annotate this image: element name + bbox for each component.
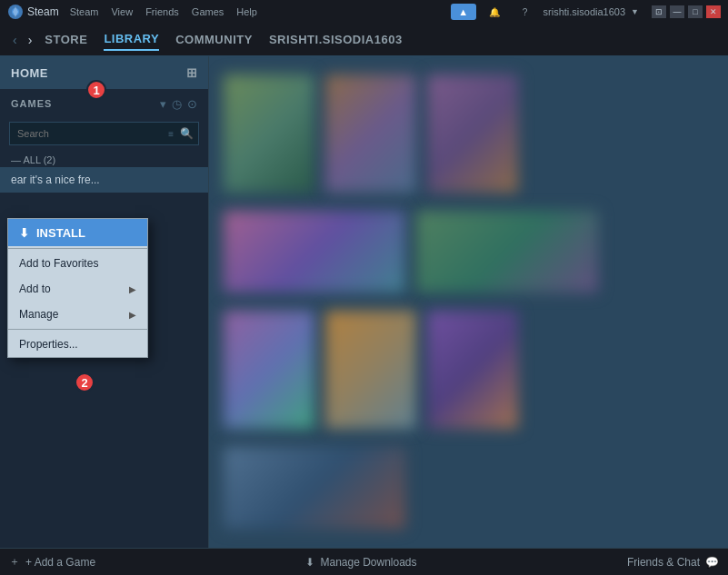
main-layout: 1 HOME ⊞ GAMES ▾ ◷ ⊙ ≡ 🔍 — ALL (2) ear i… <box>0 56 728 548</box>
properties-label: Properties... <box>19 338 78 351</box>
download-icon[interactable]: ⊙ <box>187 97 197 111</box>
context-menu-install[interactable]: ⬇ INSTALL <box>8 219 147 246</box>
context-manage[interactable]: Manage ▶ <box>8 302 147 327</box>
window-controls: ⊡ — □ ✕ <box>652 5 721 18</box>
add-favorites-label: Add to Favorites <box>19 257 98 270</box>
games-label: GAMES <box>11 98 52 109</box>
tab-library[interactable]: LIBRARY <box>104 28 159 51</box>
game-card <box>224 311 314 429</box>
app-logo: Steam <box>7 4 59 20</box>
chat-icon: 💬 <box>705 556 719 569</box>
menu-help[interactable]: Help <box>236 6 257 17</box>
game-row-wide <box>209 203 728 300</box>
help-btn[interactable]: ? <box>513 4 538 20</box>
username-label: srishti.sisodia1603 <box>544 6 626 17</box>
context-menu: ⬇ INSTALL Add to Favorites Add to ▶ Mana… <box>7 218 148 358</box>
home-label: HOME <box>11 66 48 80</box>
download-icon-bottom: ⬇ <box>305 556 314 569</box>
menu-games[interactable]: Games <box>192 6 224 17</box>
all-label: — ALL (2) <box>11 154 55 165</box>
chevron-down-icon[interactable]: ▾ <box>160 97 166 111</box>
clock-icon[interactable]: ◷ <box>172 97 182 111</box>
monitor-btn[interactable]: ⊡ <box>652 5 666 18</box>
sidebar-search: ≡ 🔍 <box>9 122 199 145</box>
game-list-item[interactable]: ear it's a nice fre... <box>0 167 208 193</box>
search-icon: 🔍 <box>180 127 194 140</box>
game-card-wide <box>416 211 598 292</box>
manage-label: Manage <box>19 308 58 321</box>
nav-arrows: ‹ › <box>9 31 35 49</box>
sidebar: 1 HOME ⊞ GAMES ▾ ◷ ⊙ ≡ 🔍 — ALL (2) ear i… <box>0 56 209 548</box>
install-label: INSTALL <box>36 226 85 240</box>
dropdown-arrow-icon: ▼ <box>631 7 639 16</box>
title-bar: Steam Steam View Friends Games Help ▲ 🔔 … <box>0 0 728 24</box>
game-card <box>427 74 518 193</box>
context-add-to[interactable]: Add to ▶ <box>8 276 147 302</box>
game-card-wide <box>224 447 405 529</box>
tab-username[interactable]: SRISHTI.SISODIA1603 <box>269 29 403 50</box>
bottom-bar: ＋ + Add a Game ⬇ Manage Downloads Friend… <box>0 548 728 575</box>
game-card-wide <box>224 211 405 292</box>
tab-community[interactable]: COMMUNITY <box>175 29 253 50</box>
game-name: ear it's a nice fre... <box>11 173 100 186</box>
all-games-header: — ALL (2) <box>0 149 208 167</box>
title-bar-right: ▲ 🔔 ? srishti.sisodia1603 ▼ ⊡ — □ ✕ <box>451 4 721 20</box>
menu-steam[interactable]: Steam <box>70 6 99 17</box>
manage-downloads-button[interactable]: ⬇ Manage Downloads <box>305 556 416 569</box>
app-name: Steam <box>27 5 59 18</box>
menu-divider <box>8 248 147 249</box>
friends-label: Friends & Chat <box>627 556 700 569</box>
annotation-badge-2: 2 <box>75 372 95 392</box>
notification-btn[interactable]: ▲ <box>451 4 476 20</box>
menu-divider-2 <box>8 329 147 330</box>
manage-downloads-label: Manage Downloads <box>320 556 416 569</box>
friends-chat-button[interactable]: Friends & Chat 💬 <box>627 556 719 569</box>
menu-bar: Steam View Friends Games Help <box>70 6 257 17</box>
context-add-favorites[interactable]: Add to Favorites <box>8 251 147 276</box>
game-card <box>325 74 416 193</box>
game-card <box>427 311 518 429</box>
minimize-btn[interactable]: — <box>670 5 684 18</box>
close-btn[interactable]: ✕ <box>706 5 721 18</box>
context-properties[interactable]: Properties... <box>8 332 147 357</box>
nav-bar: ‹ › STORE LIBRARY COMMUNITY SRISHTI.SISO… <box>0 24 728 56</box>
steam-icon <box>7 4 24 20</box>
maximize-btn[interactable]: □ <box>688 5 703 18</box>
grid-view-icon[interactable]: ⊞ <box>186 65 198 80</box>
menu-friends[interactable]: Friends <box>145 6 179 17</box>
add-to-label: Add to <box>19 283 51 295</box>
alert-btn[interactable]: 🔔 <box>482 4 507 20</box>
content-blurred <box>209 56 728 548</box>
submenu-arrow-icon: ▶ <box>129 284 136 294</box>
game-card <box>325 311 416 429</box>
plus-icon: ＋ <box>9 554 20 570</box>
submenu-arrow-icon-2: ▶ <box>129 310 136 320</box>
game-row-1 <box>209 56 728 203</box>
back-arrow[interactable]: ‹ <box>9 31 21 49</box>
filter-icon[interactable]: ≡ <box>168 129 174 139</box>
tab-store[interactable]: STORE <box>45 29 87 50</box>
game-row-2 <box>209 300 728 440</box>
download-icon: ⬇ <box>19 226 29 240</box>
game-card <box>224 74 314 193</box>
game-row-bottom <box>209 440 728 536</box>
games-header-icons: ▾ ◷ ⊙ <box>160 97 197 111</box>
add-game-label: + Add a Game <box>25 556 95 569</box>
annotation-badge-1: 1 <box>86 80 106 100</box>
forward-arrow[interactable]: › <box>25 31 36 49</box>
add-game-button[interactable]: ＋ + Add a Game <box>9 554 95 570</box>
menu-view[interactable]: View <box>111 6 133 17</box>
nav-tabs: STORE LIBRARY COMMUNITY SRISHTI.SISODIA1… <box>45 28 402 51</box>
content-area <box>209 56 728 548</box>
